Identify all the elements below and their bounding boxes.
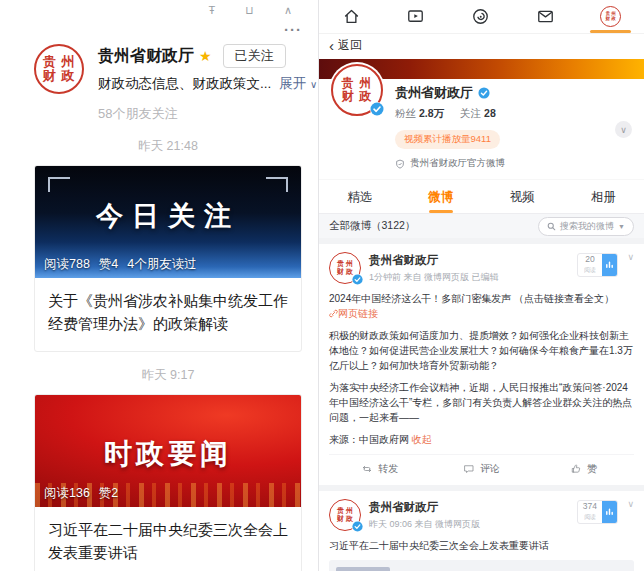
friends-read-count: 4个朋友读过	[127, 256, 196, 273]
read-count-badge[interactable]: 20阅读	[577, 253, 618, 277]
profile-main: 贵州省财政厅 粉丝2.8万 关注28 视频累计播放量9411 贵州省财政厅官方微…	[395, 79, 505, 170]
article-stats: 阅读788 赞4 4个朋友读过	[44, 256, 197, 273]
like-count: 赞4	[99, 256, 118, 273]
article-title[interactable]: 习近平在二十届中央纪委三次全会上发表重要讲话	[35, 507, 301, 571]
verified-badge-icon	[370, 102, 384, 116]
restore-icon[interactable]: ⊔	[245, 4, 254, 16]
profile-stats: 粉丝2.8万 关注28	[395, 107, 505, 121]
weibo-post: 贵 州 财 政 贵州省财政厅 1分钟前 来自 微博网页版 已编辑 20阅读	[319, 244, 644, 485]
profile-bio: 贵州省财政厅官方微博	[410, 157, 505, 170]
tab-video[interactable]: 视频	[482, 180, 563, 213]
avatar-text-bottom: 财 政	[43, 69, 76, 83]
post-menu-chevron-icon[interactable]: ∨	[627, 252, 634, 262]
video-plays-badge: 视频累计播放量9411	[395, 130, 500, 149]
post-avatar[interactable]: 贵 州 财 政	[329, 252, 361, 284]
tab-featured[interactable]: 精选	[319, 180, 400, 213]
search-my-weibo[interactable]: 搜索我的微博 ▼	[538, 217, 634, 236]
cover-title: 时政要闻	[35, 435, 301, 473]
link-preview-card[interactable]: 习近平在二十届中央纪委三次全会上发表重要讲话 中共中央总书记、国家主席、中央军委…	[329, 560, 634, 571]
read-count-label: 阅读	[584, 513, 596, 522]
profile-mini-avatar: 贵 州 财 政	[600, 6, 621, 27]
post-meta: 1分钟前 来自 微博网页版 已编辑	[369, 271, 574, 284]
more-menu-icon[interactable]: ···	[0, 16, 318, 36]
article-title[interactable]: 关于《贵州省涉农补贴集中统发工作经费管理办法》的政策解读	[35, 278, 301, 351]
account-info: 贵州省财政厅 ★ 已关注 财政动态信息、财政政策文... 展开 ∨ 58个朋友关…	[98, 44, 302, 123]
profile-bio-row: 贵州省财政厅官方微博	[395, 157, 505, 170]
article-card[interactable]: 今日关注 阅读788 赞4 4个朋友读过 关于《贵州省涉农补贴集中统发工作经费管…	[34, 165, 302, 352]
nav-messages[interactable]	[530, 0, 561, 33]
read-count: 阅读136	[44, 485, 90, 502]
verified-check-icon	[478, 87, 490, 99]
post-text: 为落实中央经济工作会议精神，近期，人民日报推出“政策问答·2024年中国经济这么…	[329, 380, 634, 425]
account-avatar[interactable]: 贵 州 财 政	[34, 44, 84, 94]
back-label: 返回	[338, 37, 362, 54]
verified-badge-icon	[352, 274, 363, 285]
article-card[interactable]: 时政要闻 阅读136 赞2 习近平在二十届中央纪委三次全会上发表重要讲话	[34, 394, 302, 571]
back-button[interactable]: ‹ 返回	[319, 34, 644, 59]
post-avatar[interactable]: 贵 州 财 政	[329, 499, 361, 531]
feed-timestamp: 昨天 9:17	[34, 367, 302, 384]
repost-button[interactable]: 转发	[329, 455, 431, 483]
post-text: 积极的财政政策如何适度加力、提质增效？如何强化企业科技创新主体地位？如何促进民营…	[329, 328, 634, 373]
profile-name: 贵州省财政厅	[395, 84, 473, 102]
web-link[interactable]: 网页链接	[329, 308, 378, 319]
stats-chart-icon	[602, 501, 617, 523]
collapse-profile-button[interactable]: ∨	[615, 121, 632, 138]
account-name: 贵州省财政厅	[98, 46, 194, 67]
account-header: 贵 州 财 政 贵州省财政厅 ★ 已关注 财政动态信息、财政政策文... 展开 …	[0, 36, 318, 123]
collapse-icon[interactable]: ∧	[284, 4, 292, 16]
post-menu-chevron-icon[interactable]: ∨	[627, 499, 634, 509]
post-source: 来源：中国政府网	[329, 434, 409, 445]
caret-down-icon: ▼	[618, 223, 625, 230]
all-weibo-count[interactable]: 全部微博（3122）	[329, 219, 415, 233]
weibo-feed: 贵 州 财 政 贵州省财政厅 1分钟前 来自 微博网页版 已编辑 20阅读	[319, 238, 644, 571]
wechat-panel: Ŧ ⊔ ∧ ··· 贵 州 财 政 贵州省财政厅 ★ 已关注 财政动态信息、财政…	[0, 0, 318, 571]
read-count: 20	[583, 255, 597, 265]
stats-chart-icon	[602, 254, 617, 276]
feed-filter-row: 全部微博（3122） 搜索我的微博 ▼	[319, 213, 644, 238]
account-description: 财政动态信息、财政政策文...	[98, 75, 271, 93]
like-button[interactable]: 赞	[532, 455, 634, 483]
comment-button[interactable]: 评论	[431, 455, 533, 483]
verified-org-icon	[395, 159, 405, 169]
read-count: 阅读788	[44, 256, 90, 273]
post-body: 2024年中国经济这么干！多部门密集发声 （点击链接查看全文）网页链接 积极的财…	[329, 291, 634, 447]
account-name-row: 贵州省财政厅 ★ 已关注	[98, 44, 302, 68]
expand-link[interactable]: 展开 ∨	[279, 75, 317, 93]
following-stat[interactable]: 关注28	[460, 107, 496, 121]
thumbs-up-icon	[570, 463, 582, 475]
nav-discover[interactable]	[465, 0, 496, 33]
post-author[interactable]: 贵州省财政厅	[369, 253, 574, 268]
bottom-nav: 贵 州 财 政	[319, 0, 644, 34]
window-controls: Ŧ ⊔ ∧	[0, 0, 318, 16]
tab-weibo[interactable]: 微博	[400, 180, 481, 213]
post-text: 2024年中国经济这么干！多部门密集发声 （点击链接查看全文）	[329, 293, 614, 304]
pin-icon[interactable]: Ŧ	[209, 4, 216, 16]
collapse-text-link[interactable]: 收起	[412, 434, 432, 445]
chevron-down-icon: ∨	[310, 79, 317, 90]
fans-stat[interactable]: 粉丝2.8万	[395, 107, 444, 121]
post-header: 贵 州 财 政 贵州省财政厅 昨天 09:06 来自 微博网页版 374阅读	[329, 499, 634, 531]
nav-video[interactable]	[400, 0, 431, 33]
nav-home[interactable]	[336, 0, 367, 33]
like-count: 赞2	[99, 485, 118, 502]
chevron-down-icon: ∨	[620, 125, 627, 135]
profile-avatar[interactable]: 贵 州 财 政	[331, 64, 383, 116]
friends-follow-note: 58个朋友关注	[98, 105, 302, 123]
post-author[interactable]: 贵州省财政厅	[369, 500, 574, 515]
post-action-bar: 转发 评论 赞	[329, 454, 634, 483]
account-description-row: 财政动态信息、财政政策文... 展开 ∨	[98, 75, 302, 93]
corner-decoration	[48, 177, 70, 192]
post-body: 习近平在二十届中央纪委三次全会上发表重要讲话 习近平在二十届中央纪委三次全会上发…	[329, 538, 634, 571]
read-count-badge[interactable]: 374阅读	[577, 500, 618, 524]
search-label: 搜索我的微博	[560, 220, 614, 233]
tab-album[interactable]: 相册	[563, 180, 644, 213]
mail-icon	[536, 7, 555, 26]
avatar-text-top: 贵 州	[43, 55, 76, 69]
cover-title: 今日关注	[35, 198, 301, 234]
nav-profile-active[interactable]: 贵 州 财 政	[594, 0, 627, 33]
weibo-panel: 贵 州 财 政 ‹ 返回 贵 州 财 政 贵	[318, 0, 644, 571]
search-icon	[547, 222, 556, 231]
followed-button[interactable]: 已关注	[223, 44, 286, 68]
app: Ŧ ⊔ ∧ ··· 贵 州 财 政 贵州省财政厅 ★ 已关注 财政动态信息、财政…	[0, 0, 644, 571]
